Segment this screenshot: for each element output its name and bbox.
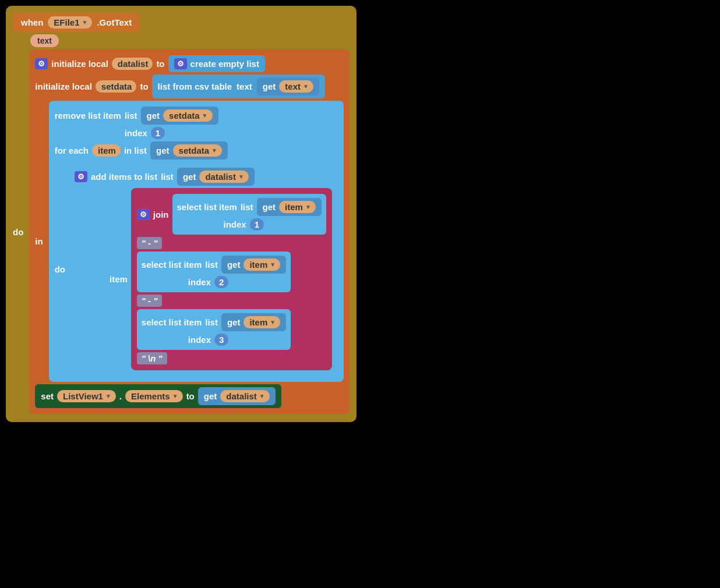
get-label-s3: get <box>227 317 241 327</box>
remove-list-item-label: remove list item <box>55 111 121 121</box>
index-s2-row: index 2 <box>142 276 286 288</box>
newline-row: " \n " <box>137 352 326 364</box>
list-label-s2: list <box>205 260 218 270</box>
item-label-s2: item <box>249 260 267 270</box>
setdata-remove-arrow: ▼ <box>202 112 208 119</box>
datalist-set-dropdown[interactable]: datalist ▼ <box>220 390 269 402</box>
index-value-1: 1 <box>151 127 165 139</box>
item-arrow-s2: ▼ <box>270 261 276 268</box>
index-label-s2: index <box>188 277 211 287</box>
text-param-block: text <box>30 34 59 47</box>
get-text-block: get text ▼ <box>257 77 319 95</box>
list-label-s1: list <box>241 202 253 212</box>
in-label: in <box>35 236 43 246</box>
text-param-label: text <box>37 36 52 45</box>
item-var[interactable]: item <box>92 144 121 157</box>
get-label-s2: get <box>227 260 241 270</box>
index-label-1: index <box>125 128 147 138</box>
when-block: when EFile1 ▼ .GotText <box>13 13 140 32</box>
item-label-join: item <box>110 274 128 284</box>
select2-block: select list item list get item ▼ <box>137 252 326 292</box>
dropdown-arrow: ▼ <box>82 19 88 26</box>
listview1-dropdown[interactable]: ListView1 ▼ <box>57 390 116 402</box>
index-val-s2: 2 <box>214 276 228 288</box>
get-datalist-block: get datalist ▼ <box>177 168 255 186</box>
index-s3-row: index 3 <box>142 334 286 346</box>
index-label-s3: index <box>188 335 211 345</box>
index-1-row: index 1 <box>55 127 338 139</box>
item-dropdown-s3[interactable]: item ▼ <box>243 316 280 328</box>
setdata-foreach-dropdown[interactable]: setdata ▼ <box>173 144 222 157</box>
list-label-remove: list <box>125 111 137 121</box>
dot-label: . <box>119 391 122 401</box>
sep1-value: " - " <box>137 237 163 249</box>
setdata-var[interactable]: setdata <box>96 80 137 93</box>
datalist-label: datalist <box>118 59 149 69</box>
item-label-s1: item <box>285 202 303 212</box>
get-label-foreach: get <box>156 146 170 155</box>
do-body: ⚙ initialize local datalist to ⚙ create … <box>29 49 350 414</box>
item-label: item <box>98 146 116 155</box>
efile1-label: EFile1 <box>54 17 79 27</box>
create-empty-list-label: create empty list <box>190 59 259 69</box>
in-list-label: in list <box>124 146 147 155</box>
index-val-s3: 3 <box>214 334 228 346</box>
remove-item-row: remove list item list get setdata ▼ <box>55 107 338 125</box>
efile1-dropdown[interactable]: EFile1 ▼ <box>48 16 92 29</box>
elements-dropdown[interactable]: Elements ▼ <box>125 390 183 402</box>
get-datalist-set: get datalist ▼ <box>198 387 276 405</box>
item-join-row: item ⚙ join sele <box>75 188 332 370</box>
get-label-set: get <box>204 391 217 401</box>
text-dropdown-arrow: ▼ <box>303 83 309 90</box>
datalist-set-label: datalist <box>226 391 257 401</box>
setdata-foreach-label: setdata <box>179 146 210 155</box>
datalist-dropdown-arrow: ▼ <box>238 173 244 180</box>
select3-label: select list item <box>142 317 202 327</box>
datalist-set-arrow: ▼ <box>259 393 265 399</box>
join-body: ⚙ join select list item list <box>131 188 332 370</box>
select2-label: select list item <box>142 260 202 270</box>
list-from-csv-label: list from csv table <box>158 82 232 91</box>
listview1-arrow: ▼ <box>105 393 111 399</box>
text-var-dropdown[interactable]: text ▼ <box>279 80 313 93</box>
gear-icon-1: ⚙ <box>35 58 48 69</box>
datalist-dropdown[interactable]: datalist ▼ <box>199 171 248 183</box>
get-label-datalist: get <box>183 172 196 182</box>
item-dropdown-s2[interactable]: item ▼ <box>243 258 280 271</box>
select3-row: select list item list get item ▼ <box>142 313 286 331</box>
select1-row: select list item list get item ▼ <box>177 198 322 216</box>
join-label-row: ⚙ join select list item list <box>137 194 326 235</box>
add-items-label: add items to list <box>91 172 157 182</box>
do2-label: do <box>55 264 65 274</box>
item-dropdown-s1[interactable]: item ▼ <box>279 201 316 213</box>
get-label-text: get <box>263 82 276 91</box>
select1-block: select list item list get item ▼ <box>172 194 326 235</box>
get-item-s2: get item ▼ <box>221 256 286 274</box>
set-label: set <box>41 391 54 401</box>
datalist-var[interactable]: datalist <box>112 58 153 70</box>
to-label-1: to <box>156 59 164 69</box>
get-label-s1: get <box>263 202 276 212</box>
setdata-remove-label: setdata <box>169 111 200 121</box>
init-local-label-1: initialize local <box>51 59 108 69</box>
to-label-2: to <box>140 82 148 91</box>
select3-block: select list item list get item ▼ <box>137 309 326 350</box>
setdata-dropdown-remove[interactable]: setdata ▼ <box>163 109 212 122</box>
get-item-s3: get item ▼ <box>221 313 286 331</box>
in-row: in remove list item list get setdata ▼ <box>35 101 344 382</box>
text-var-label: text <box>285 82 301 91</box>
gear-icon-2: ⚙ <box>174 58 187 69</box>
item-arrow-s1: ▼ <box>305 204 311 210</box>
newline-value: " \n " <box>137 352 167 364</box>
gear-icon-3: ⚙ <box>75 171 87 182</box>
get-item-s1: get item ▼ <box>257 198 322 216</box>
create-empty-list-block: ⚙ create empty list <box>168 55 265 72</box>
to-label-set: to <box>186 391 195 401</box>
main-container: when EFile1 ▼ .GotText text do ⚙ initial… <box>6 6 357 422</box>
when-header-row: when EFile1 ▼ .GotText <box>13 13 350 32</box>
add-items-row: ⚙ add items to list list get datalist ▼ <box>75 168 332 186</box>
select3-inner: select list item list get item ▼ <box>137 309 291 350</box>
datalist-dropdown-label: datalist <box>205 172 236 182</box>
in-body: remove list item list get setdata ▼ inde <box>49 101 344 382</box>
list-label-s3: list <box>205 317 218 327</box>
